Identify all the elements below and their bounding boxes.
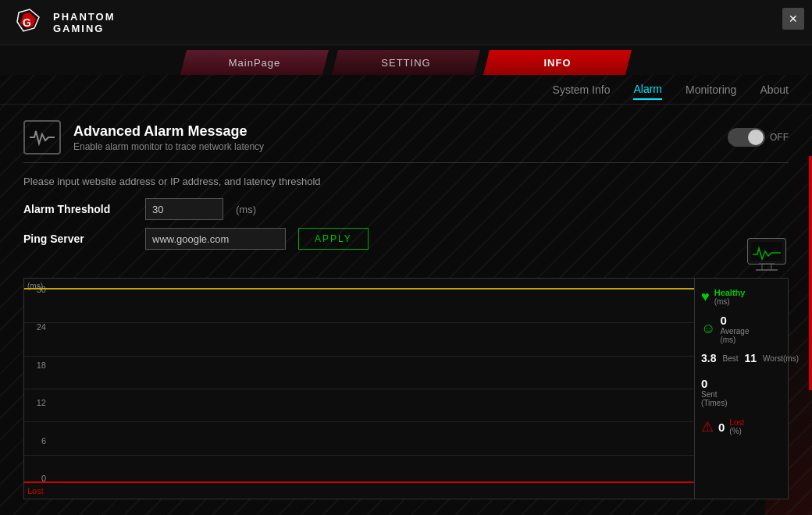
- sub-nav: System Info Alarm Monitoring About: [0, 75, 812, 105]
- logo-icon: G: [12, 6, 45, 39]
- smiley-icon: ☺: [701, 321, 715, 337]
- healthy-label: Healthy: [714, 288, 746, 297]
- stat-average: ☺ 0 Average (ms): [701, 314, 782, 344]
- lost-label: Lost: [27, 486, 44, 495]
- tab-info[interactable]: INFO: [483, 50, 632, 75]
- threshold-line: [24, 288, 694, 289]
- toggle-knob: [748, 130, 764, 145]
- grid-line-2: [24, 356, 694, 357]
- logo-gaming: GAMING: [53, 23, 115, 34]
- subnav-about[interactable]: About: [760, 80, 789, 99]
- alarm-title-block: Advanced Alarm Message Enable alarm moni…: [73, 123, 264, 152]
- best-value: 3.8: [701, 352, 716, 364]
- top-bar: G PHANTOM GAMING ✕: [0, 0, 812, 45]
- sent-value: 0: [701, 377, 782, 390]
- ping-chart-area: Lost: [24, 279, 694, 499]
- alarm-icon-box: [23, 120, 61, 154]
- lost-stat-value: 0: [718, 421, 725, 434]
- alarm-subtitle: Enable alarm monitor to trace network la…: [73, 141, 264, 152]
- alarm-toggle[interactable]: OFF: [728, 128, 789, 147]
- logo-text: PHANTOM GAMING: [53, 11, 115, 34]
- lost-stat-label: Lost: [729, 418, 744, 427]
- tab-setting[interactable]: SETTING: [332, 50, 480, 75]
- ping-server-label: Ping Server: [23, 233, 133, 245]
- healthy-block: Healthy (ms): [714, 288, 746, 306]
- healthy-unit: (ms): [714, 297, 746, 306]
- stats-panel: ♥ Healthy (ms) ☺ 0 Average (ms) 3.8 Best: [694, 279, 788, 499]
- stat-sent: 0 Sent (Times): [701, 377, 782, 407]
- lost-stat-unit: (%): [729, 427, 744, 435]
- stat-lost: ⚠ 0 Lost (%): [701, 418, 782, 435]
- alarm-title: Advanced Alarm Message: [73, 123, 264, 140]
- sent-label: Sent: [701, 390, 782, 399]
- lost-line: [24, 481, 694, 483]
- subnav-alarm[interactable]: Alarm: [633, 80, 662, 100]
- apply-button[interactable]: APPLY: [298, 228, 369, 250]
- threshold-label: Alarm Threshold: [23, 203, 133, 215]
- input-hint: Please input website address or IP addre…: [23, 176, 789, 187]
- alarm-waveform-icon: [30, 126, 55, 148]
- stat-best-worst: 3.8 Best 11 Worst(ms): [701, 352, 782, 364]
- best-label: Best: [722, 354, 738, 363]
- threshold-row: Alarm Threshold (ms): [23, 198, 789, 220]
- stat-healthy: ♥ Healthy (ms): [701, 288, 782, 306]
- logo-area: G PHANTOM GAMING: [0, 6, 156, 39]
- monitor-icon: [745, 237, 789, 275]
- svg-text:G: G: [23, 16, 31, 29]
- lost-block: Lost (%): [729, 418, 744, 435]
- chart-container: (ms) 30 24 18 12 6 0 Lost ♥: [23, 278, 789, 499]
- average-block: 0 Average (ms): [720, 314, 749, 344]
- grid-line-4: [24, 421, 694, 422]
- threshold-unit: (ms): [236, 204, 256, 215]
- subnav-monitoring[interactable]: Monitoring: [686, 80, 736, 99]
- threshold-input[interactable]: [145, 198, 223, 220]
- toggle-track: [728, 128, 765, 147]
- average-unit: (ms): [720, 336, 749, 344]
- sent-unit: (Times): [701, 399, 782, 407]
- grid-line-5: [24, 455, 694, 456]
- ping-server-input[interactable]: [145, 228, 286, 250]
- alarm-header: Advanced Alarm Message Enable alarm moni…: [23, 120, 789, 163]
- grid-line-3: [24, 389, 694, 389]
- average-label: Average: [720, 327, 749, 336]
- heart-icon: ♥: [701, 289, 710, 305]
- svg-rect-11: [751, 242, 782, 261]
- grid-line-1: [24, 322, 694, 323]
- ping-server-row: Ping Server APPLY: [23, 228, 789, 250]
- average-value: 0: [720, 314, 749, 327]
- warning-icon: ⚠: [701, 418, 714, 435]
- worst-value: 11: [744, 352, 757, 364]
- tab-mainpage[interactable]: MainPage: [180, 50, 329, 75]
- alarm-header-left: Advanced Alarm Message Enable alarm moni…: [23, 120, 264, 154]
- worst-label: Worst(ms): [763, 354, 799, 363]
- nav-tabs: MainPage SETTING INFO: [0, 45, 812, 75]
- subnav-system-info[interactable]: System Info: [553, 80, 611, 99]
- logo-phantom: PHANTOM: [53, 11, 115, 23]
- close-button[interactable]: ✕: [782, 8, 804, 30]
- toggle-label: OFF: [770, 132, 789, 143]
